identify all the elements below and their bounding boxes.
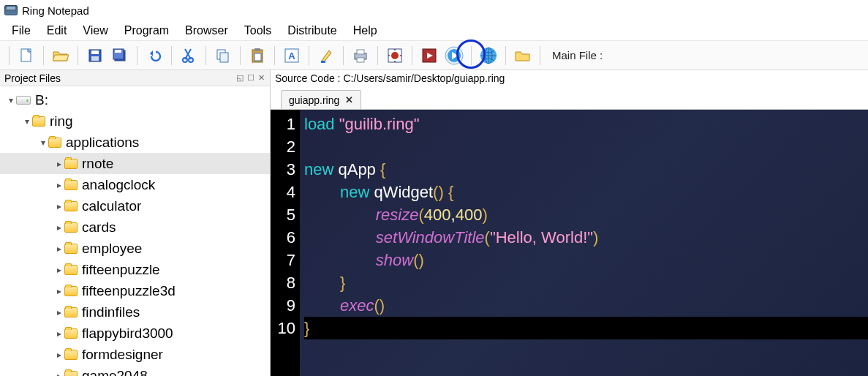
folder-icon xyxy=(64,222,78,233)
folder-icon xyxy=(32,116,45,127)
menu-file[interactable]: File xyxy=(4,22,38,40)
tree-label: calculator xyxy=(82,198,141,214)
menu-help[interactable]: Help xyxy=(346,22,385,40)
folder-icon xyxy=(64,371,78,377)
new-file-button[interactable] xyxy=(14,43,39,68)
chevron-right-icon[interactable]: ▸ xyxy=(54,286,64,296)
panel-controls[interactable]: ◱ ☐ ✕ xyxy=(236,73,265,83)
tree-drive[interactable]: ▾B: xyxy=(0,89,270,110)
run-button[interactable] xyxy=(442,43,467,68)
tree-analogclock[interactable]: ▸analogclock xyxy=(0,174,270,195)
code-area[interactable]: 12345678910 load "guilib.ring"new qApp {… xyxy=(271,110,868,376)
chevron-right-icon[interactable]: ▸ xyxy=(54,159,64,169)
chevron-right-icon[interactable]: ▸ xyxy=(54,244,64,254)
chevron-right-icon[interactable]: ▸ xyxy=(54,222,64,233)
font-button[interactable]: A xyxy=(279,43,304,68)
project-sidebar: Project Files ◱ ☐ ✕ ▾B:▾ring▾application… xyxy=(0,70,271,376)
tree-rnote[interactable]: ▸rnote xyxy=(0,153,270,174)
folder-icon xyxy=(64,244,78,254)
menu-edit[interactable]: Edit xyxy=(39,22,75,40)
svg-point-8 xyxy=(189,58,193,62)
close-icon[interactable]: ✕ xyxy=(345,94,353,105)
svg-point-21 xyxy=(391,52,399,59)
menu-view[interactable]: View xyxy=(75,22,115,40)
menu-program[interactable]: Program xyxy=(117,22,176,40)
menu-bar: FileEditViewProgramBrowserToolsDistribut… xyxy=(0,20,868,41)
save-button[interactable] xyxy=(83,43,107,68)
tree-findinfiles[interactable]: ▸findinfiles xyxy=(0,301,270,323)
open-project-button[interactable] xyxy=(510,43,535,68)
run-no-console-button[interactable] xyxy=(417,43,442,68)
chevron-right-icon[interactable]: ▸ xyxy=(54,180,64,190)
main-file-label: Main File : xyxy=(552,49,603,61)
color-button[interactable] xyxy=(314,43,339,68)
undo-button[interactable] xyxy=(142,43,167,68)
line-gutter: 12345678910 xyxy=(271,110,300,376)
svg-rect-18 xyxy=(357,50,364,54)
tree-game2048[interactable]: ▸game2048 xyxy=(0,365,270,376)
svg-rect-3 xyxy=(91,56,99,61)
chevron-right-icon[interactable]: ▸ xyxy=(54,328,64,339)
tree-ring[interactable]: ▾ring xyxy=(0,110,270,132)
svg-text:A: A xyxy=(288,50,295,61)
tree-employee[interactable]: ▸employee xyxy=(0,238,270,259)
code-text[interactable]: load "guilib.ring"new qApp { new qWidget… xyxy=(300,110,868,376)
tree-label: rnote xyxy=(82,156,113,172)
tree-formdesigner[interactable]: ▸formdesigner xyxy=(0,344,270,365)
chevron-down-icon[interactable]: ▾ xyxy=(6,95,16,105)
folder-icon xyxy=(64,307,78,317)
folder-icon xyxy=(64,328,78,339)
tree-fifteenpuzzle3d[interactable]: ▸fifteenpuzzle3d xyxy=(0,280,270,301)
tree-fifteenpuzzle[interactable]: ▸fifteenpuzzle xyxy=(0,259,270,280)
svg-point-7 xyxy=(183,58,187,62)
folder-icon xyxy=(64,180,78,190)
tree-applications[interactable]: ▾applications xyxy=(0,132,270,153)
menu-tools[interactable]: Tools xyxy=(237,22,279,40)
paste-button[interactable] xyxy=(245,43,270,68)
svg-rect-2 xyxy=(91,50,99,54)
drive-icon xyxy=(16,96,31,105)
tab-guiapp[interactable]: guiapp.ring ✕ xyxy=(281,90,361,109)
tree-label: employee xyxy=(82,241,142,257)
panel-header: Project Files ◱ ☐ ✕ xyxy=(0,70,270,86)
chevron-right-icon[interactable]: ▸ xyxy=(54,350,64,360)
chevron-down-icon[interactable]: ▾ xyxy=(22,116,32,127)
app-icon xyxy=(4,5,18,15)
menu-browser[interactable]: Browser xyxy=(178,22,235,40)
chevron-right-icon[interactable]: ▸ xyxy=(54,371,64,377)
chevron-right-icon[interactable]: ▸ xyxy=(54,307,64,317)
print-button[interactable] xyxy=(348,43,373,68)
folder-icon xyxy=(48,138,61,148)
tree-label: flappybird3000 xyxy=(82,326,173,342)
chevron-right-icon[interactable]: ▸ xyxy=(54,265,64,275)
svg-rect-16 xyxy=(321,61,325,63)
svg-rect-6 xyxy=(115,50,121,53)
tree-flappybird3000[interactable]: ▸flappybird3000 xyxy=(0,323,270,344)
copy-button[interactable] xyxy=(211,43,235,68)
folder-icon xyxy=(64,201,78,211)
panel-title: Project Files xyxy=(4,72,61,84)
svg-rect-12 xyxy=(254,48,260,51)
web-button[interactable] xyxy=(476,43,501,68)
menu-distribute[interactable]: Distribute xyxy=(280,22,344,40)
chevron-down-icon[interactable]: ▾ xyxy=(38,138,48,148)
file-tree[interactable]: ▾B:▾ring▾applications▸rnote▸analogclock▸… xyxy=(0,86,270,376)
toolbar: A Main File : xyxy=(0,41,868,70)
debug-button[interactable] xyxy=(382,43,407,68)
tree-label: fifteenpuzzle3d xyxy=(82,283,176,299)
folder-icon xyxy=(64,286,78,296)
save-all-button[interactable] xyxy=(107,43,132,68)
tree-label: B: xyxy=(35,92,48,108)
tree-label: formdesigner xyxy=(82,347,163,363)
open-file-button[interactable] xyxy=(48,43,73,68)
cut-button[interactable] xyxy=(176,43,201,68)
tree-calculator[interactable]: ▸calculator xyxy=(0,195,270,217)
svg-rect-19 xyxy=(357,58,364,62)
title-bar: Ring Notepad xyxy=(0,0,868,20)
tree-label: game2048 xyxy=(82,368,148,377)
tree-label: cards xyxy=(82,219,116,236)
tree-label: analogclock xyxy=(82,177,155,193)
tree-cards[interactable]: ▸cards xyxy=(0,217,270,238)
tree-label: applications xyxy=(66,135,139,151)
chevron-right-icon[interactable]: ▸ xyxy=(54,201,64,211)
